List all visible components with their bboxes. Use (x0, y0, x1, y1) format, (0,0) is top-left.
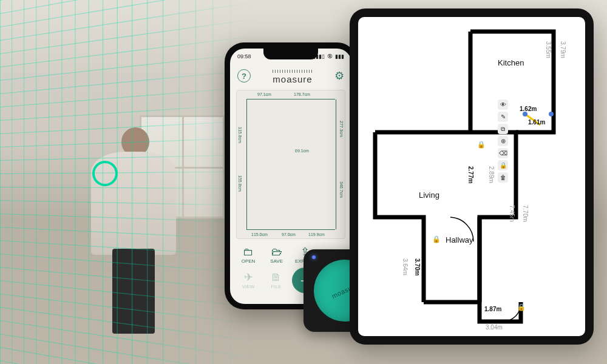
fp-dim-hall-l: 3.64m (402, 258, 409, 275)
file-button[interactable]: 🗎FILE (264, 272, 288, 289)
tool-visibility[interactable]: 👁 (498, 99, 508, 110)
fp-dim-bottom: 3.04m (486, 324, 503, 331)
lock-icon[interactable]: 🔒 (432, 235, 441, 243)
dim-right2: 346.7cm (339, 181, 344, 198)
fp-dim-entry: 1.87m (484, 306, 501, 312)
fp-dim-hall-a: 7.45m (509, 205, 515, 222)
folder-icon: 🗀 (243, 246, 254, 257)
view-label: VIEW (242, 284, 254, 289)
battery-icon: ▮▮▮ (335, 53, 344, 59)
tool-edit[interactable]: ✎ (498, 112, 508, 122)
dim-top-right: 178.7cm (294, 92, 310, 96)
status-time: 09:58 (237, 53, 251, 59)
phone-notch (263, 49, 318, 59)
view-icon: ✈ (244, 272, 253, 283)
fp-dim-kitchen-l: 3.55m (545, 41, 552, 58)
dim-right1: 277.3cm (339, 121, 344, 137)
fp-dim-kitchen-door: 1.61m (528, 119, 545, 126)
view-button[interactable]: ✈VIEW (236, 272, 260, 289)
dim-step-w: 69.1cm (295, 149, 309, 153)
svg-point-0 (523, 112, 527, 116)
point-edit-toolbar: 👁 ✎ ⧉ ⊕ ⌫ 🔒 🗑 (498, 99, 508, 183)
room-label-living: Living (419, 190, 439, 200)
lock-icon[interactable]: 🔒 (517, 303, 526, 311)
fp-dim-mid-l: 2.77m (467, 166, 474, 183)
file-icon: 🗎 (271, 272, 282, 283)
dim-bot-left: 115.0cm (251, 232, 268, 237)
dim-bot-right: 119.9cm (308, 232, 325, 237)
settings-button[interactable]: ⚙ (334, 69, 344, 83)
dim-bot-mid: 97.0cm (282, 232, 296, 237)
tool-add[interactable]: ⊕ (498, 136, 508, 146)
floor-plan-canvas[interactable]: Kitchen Living Hallway 3.55m 3.79m 1.62m… (358, 17, 585, 336)
help-button[interactable]: ? (237, 69, 251, 83)
open-label: OPEN (242, 258, 256, 264)
tool-copy[interactable]: ⧉ (498, 124, 508, 134)
ar-cursor-ring (92, 161, 118, 186)
file-label: FILE (271, 284, 282, 289)
room-label-hallway: Hallway (446, 235, 473, 244)
save-label: SAVE (270, 258, 283, 264)
person-using-device (85, 127, 182, 309)
lock-icon[interactable]: 🔒 (477, 141, 486, 149)
fp-dim-hall-lb: 3.70m (414, 258, 421, 275)
wifi-icon: ⦿ (327, 53, 333, 59)
tool-delete[interactable]: 🗑 (498, 172, 508, 183)
dim-left1: 115.8cm (238, 127, 242, 143)
room-outline (246, 99, 335, 230)
fp-dim-mid-r: 2.89m (488, 166, 495, 183)
folder-plus-icon: 🗁 (271, 246, 282, 257)
measurement-canvas[interactable]: 97.1cm 178.7cm 115.8cm 155.8cm 277.3cm 3… (236, 90, 345, 239)
app-brand-logo: moasure (273, 70, 312, 84)
tablet-mockup: Kitchen Living Hallway 3.55m 3.79m 1.62m… (350, 8, 594, 345)
fp-dim-kitchen-r: 3.79m (560, 41, 566, 58)
app-header: ? moasure ⚙ (230, 64, 351, 87)
tool-remove[interactable]: ⌫ (498, 148, 508, 158)
fp-dim-hall-b: 7.70m (522, 205, 529, 222)
fp-dim-kitchen-side: 1.62m (520, 106, 537, 112)
room-label-kitchen: Kitchen (498, 58, 524, 67)
svg-point-1 (549, 112, 554, 116)
tool-lock[interactable]: 🔒 (498, 160, 508, 170)
dim-left-lower: 155.8cm (238, 175, 242, 192)
open-button[interactable]: 🗀OPEN (236, 246, 260, 264)
save-button[interactable]: 🗁SAVE (265, 246, 289, 264)
dim-top-left: 97.1cm (257, 92, 271, 96)
